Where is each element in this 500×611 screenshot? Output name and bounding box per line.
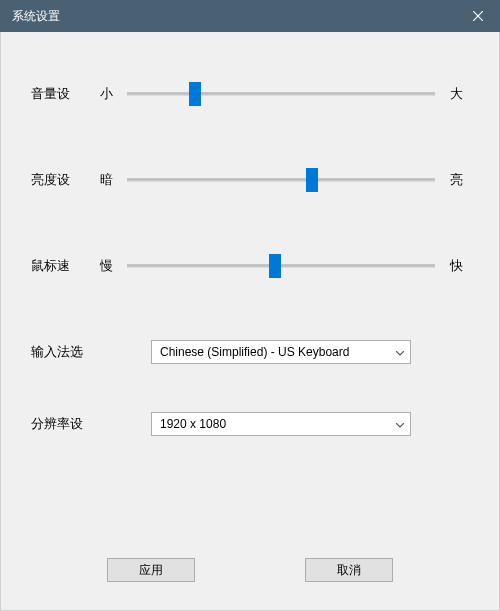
- mouse-speed-slider[interactable]: [127, 254, 435, 278]
- chevron-down-icon: [396, 347, 404, 358]
- close-button[interactable]: [455, 0, 500, 32]
- button-row: 应用 取消: [1, 558, 499, 582]
- dialog-content: 音量设 小 大 亮度设 暗 亮 鼠标速 慢 快 输入法选 Chinese (Si…: [0, 32, 500, 611]
- brightness-slider-thumb[interactable]: [306, 168, 318, 192]
- volume-label: 音量设: [31, 85, 93, 103]
- chevron-down-icon: [396, 419, 404, 430]
- mouse-speed-row: 鼠标速 慢 快: [31, 254, 469, 278]
- volume-row: 音量设 小 大: [31, 82, 469, 106]
- ime-label: 输入法选: [31, 343, 151, 361]
- resolution-label: 分辨率设: [31, 415, 151, 433]
- volume-slider-thumb[interactable]: [189, 82, 201, 106]
- apply-button[interactable]: 应用: [107, 558, 195, 582]
- resolution-row: 分辨率设 1920 x 1080: [31, 412, 469, 436]
- brightness-min-label: 暗: [93, 171, 119, 189]
- titlebar: 系统设置: [0, 0, 500, 32]
- ime-row: 输入法选 Chinese (Simplified) - US Keyboard: [31, 340, 469, 364]
- brightness-slider[interactable]: [127, 168, 435, 192]
- volume-slider[interactable]: [127, 82, 435, 106]
- slider-track: [127, 265, 435, 268]
- volume-max-label: 大: [443, 85, 469, 103]
- mouse-speed-slider-thumb[interactable]: [269, 254, 281, 278]
- mouse-speed-max-label: 快: [443, 257, 469, 275]
- ime-combobox[interactable]: Chinese (Simplified) - US Keyboard: [151, 340, 411, 364]
- brightness-row: 亮度设 暗 亮: [31, 168, 469, 192]
- volume-min-label: 小: [93, 85, 119, 103]
- slider-track: [127, 93, 435, 96]
- mouse-speed-min-label: 慢: [93, 257, 119, 275]
- cancel-button[interactable]: 取消: [305, 558, 393, 582]
- mouse-speed-label: 鼠标速: [31, 257, 93, 275]
- brightness-max-label: 亮: [443, 171, 469, 189]
- brightness-label: 亮度设: [31, 171, 93, 189]
- apply-button-label: 应用: [139, 562, 163, 579]
- slider-track: [127, 179, 435, 182]
- window-title: 系统设置: [12, 8, 60, 25]
- resolution-combobox[interactable]: 1920 x 1080: [151, 412, 411, 436]
- ime-selected-value: Chinese (Simplified) - US Keyboard: [160, 345, 349, 359]
- cancel-button-label: 取消: [337, 562, 361, 579]
- resolution-selected-value: 1920 x 1080: [160, 417, 226, 431]
- close-icon: [473, 9, 483, 24]
